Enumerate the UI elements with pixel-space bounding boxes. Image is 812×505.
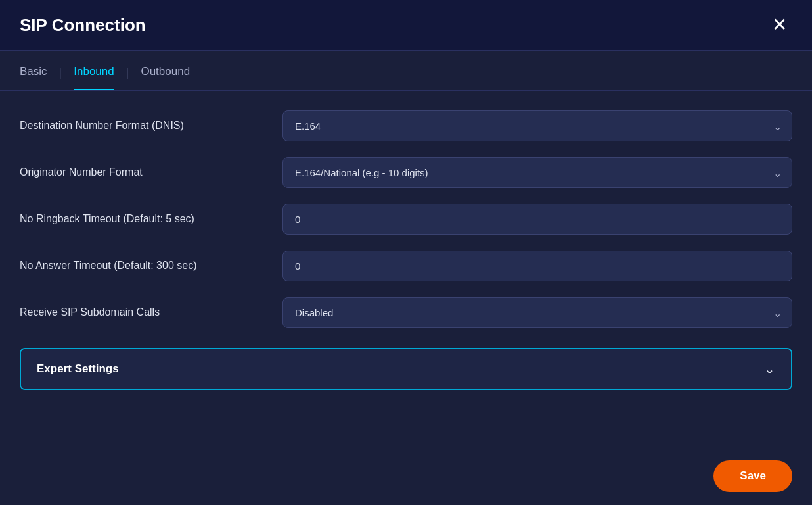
sip-subdomain-row: Receive SIP Subdomain Calls Disabled Ena… xyxy=(20,297,792,328)
answer-timeout-wrapper xyxy=(282,251,792,281)
expert-settings-chevron-icon: ⌄ xyxy=(764,361,775,377)
save-button[interactable]: Save xyxy=(713,460,792,492)
dnis-format-wrapper: E.164 National International ⌄ xyxy=(282,110,792,141)
modal-footer: Save xyxy=(0,447,812,505)
originator-format-wrapper: E.164/National (e.g - 10 digits) E.164 N… xyxy=(282,157,792,188)
tab-basic[interactable]: Basic xyxy=(20,65,47,90)
dnis-format-label: Destination Number Format (DNIS) xyxy=(20,118,269,133)
expert-settings-label: Expert Settings xyxy=(37,362,119,375)
ringback-timeout-input[interactable] xyxy=(282,204,792,235)
tab-separator-2: | xyxy=(126,66,129,90)
dnis-format-row: Destination Number Format (DNIS) E.164 N… xyxy=(20,110,792,141)
modal-header: SIP Connection ✕ xyxy=(0,0,812,51)
originator-format-row: Originator Number Format E.164/National … xyxy=(20,157,792,188)
answer-timeout-input[interactable] xyxy=(282,251,792,281)
modal-title: SIP Connection xyxy=(20,15,146,36)
ringback-timeout-row: No Ringback Timeout (Default: 5 sec) xyxy=(20,204,792,235)
answer-timeout-label: No Answer Timeout (Default: 300 sec) xyxy=(20,258,269,273)
expert-settings-toggle[interactable]: Expert Settings ⌄ xyxy=(21,349,791,389)
close-button[interactable]: ✕ xyxy=(767,13,792,37)
answer-timeout-row: No Answer Timeout (Default: 300 sec) xyxy=(20,251,792,281)
tab-outbound[interactable]: Outbound xyxy=(141,65,190,90)
ringback-timeout-wrapper xyxy=(282,204,792,235)
originator-format-select[interactable]: E.164/National (e.g - 10 digits) E.164 N… xyxy=(282,157,792,188)
ringback-timeout-label: No Ringback Timeout (Default: 5 sec) xyxy=(20,212,269,226)
sip-subdomain-select[interactable]: Disabled Enabled xyxy=(282,297,792,328)
originator-format-label: Originator Number Format xyxy=(20,165,269,180)
expert-settings-panel: Expert Settings ⌄ xyxy=(20,348,792,390)
sip-subdomain-label: Receive SIP Subdomain Calls xyxy=(20,305,269,320)
dnis-format-select[interactable]: E.164 National International xyxy=(282,110,792,141)
tab-bar: Basic | Inbound | Outbound xyxy=(0,51,812,91)
tab-separator-1: | xyxy=(59,66,62,90)
sip-connection-modal: SIP Connection ✕ Basic | Inbound | Outbo… xyxy=(0,0,812,505)
tab-inbound[interactable]: Inbound xyxy=(74,65,114,90)
modal-body: Destination Number Format (DNIS) E.164 N… xyxy=(0,91,812,447)
sip-subdomain-wrapper: Disabled Enabled ⌄ xyxy=(282,297,792,328)
